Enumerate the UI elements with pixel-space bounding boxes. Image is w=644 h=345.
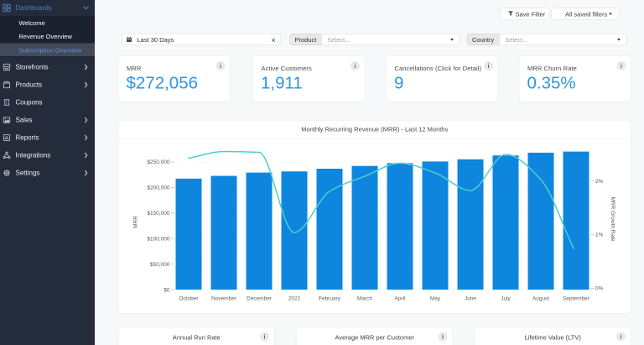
svg-text:0%: 0%: [595, 285, 604, 291]
svg-text:March: March: [357, 295, 372, 301]
svg-text:$200,000: $200,000: [147, 185, 169, 191]
svg-text:$150,000: $150,000: [147, 210, 169, 216]
svg-text:$0: $0: [164, 286, 170, 292]
svg-text:June: June: [465, 295, 476, 301]
svg-text:2%: 2%: [595, 178, 604, 184]
svg-text:$100,000: $100,000: [147, 235, 169, 241]
svg-text:May: May: [430, 295, 441, 302]
svg-text:$50,000: $50,000: [150, 261, 170, 267]
svg-text:1%: 1%: [595, 232, 604, 238]
svg-text:August: August: [532, 295, 549, 302]
svg-text:July: July: [501, 295, 511, 302]
svg-text:October: October: [179, 295, 199, 301]
svg-text:September: September: [563, 295, 590, 302]
svg-text:$250,000: $250,000: [147, 159, 169, 165]
svg-text:November: November: [211, 295, 237, 301]
svg-text:2022: 2022: [288, 295, 301, 301]
svg-text:MRR Growth Rate: MRR Growth Rate: [610, 196, 616, 241]
svg-text:December: December: [247, 295, 273, 301]
svg-text:April: April: [394, 295, 406, 302]
svg-text:February: February: [319, 295, 341, 302]
svg-text:MRR: MRR: [132, 216, 138, 228]
